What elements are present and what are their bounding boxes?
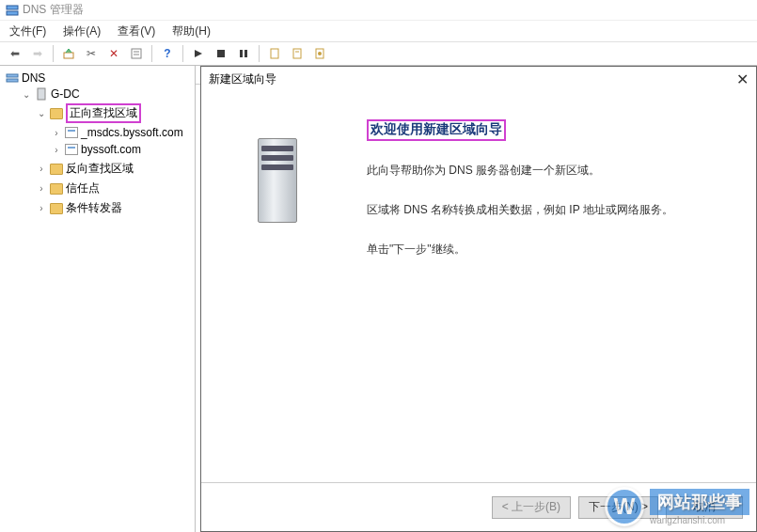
tree-cond-forwarders[interactable]: › 条件转发器 [34, 199, 195, 217]
svg-rect-1 [7, 11, 18, 15]
expander-open-icon[interactable]: ⌄ [36, 108, 47, 118]
svg-rect-9 [244, 50, 247, 57]
toolbar: ⬅ ➡ ✂ ✕ ? [0, 41, 757, 66]
back-button[interactable]: < 上一步(B) [492, 496, 571, 519]
run-icon[interactable] [189, 44, 208, 63]
new-zone-wizard-dialog: 新建区域向导 ✕ 欢迎使用新建区域向导 此向导帮助你为 DNS 服 [200, 66, 757, 532]
tree-zone-msdcs[interactable]: › _msdcs.byssoft.com [49, 125, 195, 140]
wizard-titlebar: 新建区域向导 ✕ [201, 67, 756, 91]
page2-icon[interactable] [288, 44, 307, 63]
up-icon[interactable] [59, 44, 78, 63]
next-button[interactable]: 下一步(N) > [578, 496, 658, 519]
back-icon[interactable]: ⬅ [6, 44, 24, 63]
expander-open-icon[interactable]: ⌄ [21, 89, 32, 100]
svg-rect-3 [132, 49, 141, 58]
stop-icon[interactable] [212, 44, 230, 63]
window-title: DNS 管理器 [23, 2, 84, 18]
cut-icon[interactable]: ✂ [82, 44, 101, 63]
tree-reverse-zone[interactable]: › 反向查找区域 [34, 160, 195, 178]
tree-root-dns[interactable]: DNS [4, 70, 195, 86]
wizard-banner [201, 91, 355, 482]
help-icon[interactable]: ? [158, 44, 177, 63]
tree-server[interactable]: ⌄ G-DC [19, 86, 195, 102]
wizard-text-1: 此向导帮助你为 DNS 服务器创建一个新区域。 [367, 162, 733, 179]
svg-rect-8 [240, 50, 243, 57]
window-titlebar: DNS 管理器 [0, 0, 757, 21]
tree-trust-points[interactable]: › 信任点 [34, 180, 195, 197]
delete-icon[interactable]: ✕ [104, 44, 123, 63]
server-illustration-icon [250, 129, 307, 232]
expander-closed-icon[interactable]: › [51, 145, 62, 155]
svg-rect-2 [64, 53, 73, 58]
wizard-text-2: 区域将 DNS 名称转换成相关数据，例如 IP 地址或网络服务。 [367, 201, 733, 218]
menubar: 文件(F) 操作(A) 查看(V) 帮助(H) [0, 21, 757, 41]
tree-zone-main[interactable]: › byssoft.com [49, 142, 195, 157]
properties-icon[interactable] [127, 44, 146, 63]
folder-icon [50, 183, 63, 195]
expander-closed-icon[interactable]: › [36, 164, 47, 174]
menu-action[interactable]: 操作(A) [59, 22, 104, 41]
menu-view[interactable]: 查看(V) [114, 22, 159, 41]
content-pane: 名 新建区域向导 ✕ [196, 66, 757, 532]
menu-file[interactable]: 文件(F) [6, 22, 50, 41]
expander-closed-icon[interactable]: › [36, 183, 47, 194]
svg-marker-6 [195, 50, 202, 57]
svg-rect-17 [38, 88, 45, 100]
folder-icon [50, 108, 63, 119]
tree-cond-forwarders-label: 条件转发器 [66, 200, 122, 216]
forward-icon[interactable]: ➡ [28, 44, 47, 63]
svg-rect-7 [217, 50, 225, 57]
zone-icon [65, 127, 78, 138]
expander-closed-icon[interactable]: › [51, 128, 62, 138]
tree-forward-zone-label: 正向查找区域 [66, 103, 141, 123]
tree-pane: DNS ⌄ G-DC ⌄ [0, 66, 196, 532]
server-icon [35, 87, 48, 101]
wizard-title-text: 新建区域向导 [209, 71, 276, 87]
expander-closed-icon[interactable]: › [36, 203, 47, 213]
tree-zone-msdcs-label: _msdcs.byssoft.com [81, 126, 183, 139]
svg-rect-15 [7, 74, 18, 77]
tree-server-label: G-DC [51, 87, 80, 101]
dns-root-icon [6, 71, 19, 85]
svg-rect-10 [271, 49, 278, 58]
tree-reverse-zone-label: 反向查找区域 [66, 161, 134, 177]
cancel-button[interactable]: 取消 [666, 496, 743, 519]
folder-icon [50, 203, 63, 214]
close-icon[interactable]: ✕ [736, 70, 749, 88]
page3-icon[interactable] [310, 44, 329, 63]
wizard-footer: < 上一步(B) 下一步(N) > 取消 [201, 482, 756, 531]
svg-rect-16 [7, 79, 18, 82]
svg-rect-11 [293, 49, 301, 58]
wizard-heading: 欢迎使用新建区域向导 [371, 121, 502, 138]
pause-icon[interactable] [234, 44, 253, 63]
tree-zone-main-label: byssoft.com [81, 143, 141, 156]
tree-forward-zone[interactable]: ⌄ 正向查找区域 [34, 102, 195, 124]
wizard-content: 欢迎使用新建区域向导 此向导帮助你为 DNS 服务器创建一个新区域。 区域将 D… [355, 91, 756, 482]
folder-icon [50, 164, 63, 175]
zone-icon [65, 144, 78, 155]
svg-rect-0 [7, 6, 18, 9]
svg-point-14 [318, 52, 322, 55]
page1-icon[interactable] [265, 44, 284, 63]
wizard-text-3: 单击"下一步"继续。 [367, 241, 733, 258]
tree-root-label: DNS [22, 71, 45, 85]
menu-help[interactable]: 帮助(H) [168, 22, 214, 41]
tree-trust-points-label: 信任点 [66, 180, 100, 196]
app-icon [6, 4, 19, 17]
